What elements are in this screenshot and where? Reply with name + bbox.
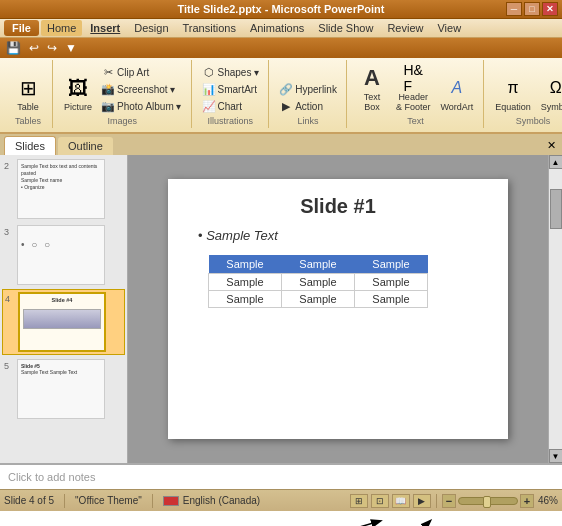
annotation-arrows xyxy=(0,511,562,526)
photoalbum-label: Photo Album ▾ xyxy=(117,101,181,112)
close-button[interactable]: ✕ xyxy=(542,2,558,16)
undo-qa-button[interactable]: ↩ xyxy=(27,40,41,56)
cell-1-2: Sample xyxy=(282,274,355,291)
clipart-icon: ✂ xyxy=(101,65,115,79)
zoom-slider-thumb[interactable] xyxy=(483,496,491,508)
action-button[interactable]: ▶ Action xyxy=(276,98,340,114)
zoom-decrease-button[interactable]: − xyxy=(442,494,456,508)
hyperlink-button[interactable]: 🔗 Hyperlink xyxy=(276,81,340,97)
slide-thumb-5[interactable]: 5 Slide #5 Sample Text Sample Text xyxy=(2,357,125,421)
maximize-button[interactable]: □ xyxy=(524,2,540,16)
slide-preview-4: Slide #4 xyxy=(18,292,106,352)
equation-label: Equation xyxy=(495,102,531,112)
table-row-1: Sample Sample Sample xyxy=(209,274,428,291)
tab-slides[interactable]: Slides xyxy=(4,136,56,155)
zoom-control: − + 46% xyxy=(442,494,558,508)
headerfooter-icon: H&F xyxy=(399,64,427,92)
headerfooter-label: Header& Footer xyxy=(396,92,431,112)
table-label: Table xyxy=(17,102,39,112)
equation-icon: π xyxy=(499,74,527,102)
headerfooter-button[interactable]: H&F Header& Footer xyxy=(392,62,435,114)
scroll-down-button[interactable]: ▼ xyxy=(549,449,563,463)
text-group-label: Text xyxy=(407,116,424,126)
animations-menu[interactable]: Animations xyxy=(244,20,310,36)
shapes-label: Shapes ▾ xyxy=(218,67,260,78)
symbol-icon: Ω xyxy=(542,74,562,102)
symbol-button[interactable]: Ω Symbol xyxy=(537,72,562,114)
ribbon-group-symbols: π Equation Ω Symbol Symbols xyxy=(485,60,562,128)
wordart-icon: A xyxy=(443,74,471,102)
clipart-label: Clip Art xyxy=(117,67,149,78)
photoalbum-button[interactable]: 📷 Photo Album ▾ xyxy=(98,98,184,114)
scroll-thumb[interactable] xyxy=(550,189,562,229)
redo-qa-button[interactable]: ↪ xyxy=(45,40,59,56)
zoom-slider[interactable] xyxy=(458,497,518,505)
chart-button[interactable]: 📈 Chart xyxy=(199,98,263,114)
annotation-area: Zoom Percent Zoom Marker xyxy=(0,511,562,526)
images-group-label: Images xyxy=(107,116,137,126)
slide-thumb-4[interactable]: 4 Slide #4 xyxy=(2,289,125,355)
theme-info: "Office Theme" xyxy=(75,495,142,506)
slideshow-menu[interactable]: Slide Show xyxy=(312,20,379,36)
qa-dropdown[interactable]: ▼ xyxy=(63,40,79,56)
equation-button[interactable]: π Equation xyxy=(491,72,535,114)
slide-panel[interactable]: 2 Sample Text box text and contents past… xyxy=(0,155,128,463)
status-divider-1 xyxy=(64,494,65,508)
scroll-up-button[interactable]: ▲ xyxy=(549,155,563,169)
textbox-button[interactable]: A TextBox xyxy=(354,62,390,114)
table-button[interactable]: ⊞ Table xyxy=(10,72,46,114)
table-header-3: Sample xyxy=(355,255,428,274)
smartart-button[interactable]: 📊 SmartArt xyxy=(199,81,263,97)
transitions-menu[interactable]: Transitions xyxy=(177,20,242,36)
action-icon: ▶ xyxy=(279,99,293,113)
slide-preview-5: Slide #5 Sample Text Sample Text xyxy=(17,359,105,419)
status-divider-3 xyxy=(436,494,437,508)
slide-table: Sample Sample Sample Sample Sample Sampl… xyxy=(208,255,428,308)
status-bar: Slide 4 of 5 "Office Theme" English (Can… xyxy=(0,489,562,511)
status-left: Slide 4 of 5 "Office Theme" English (Can… xyxy=(4,494,350,508)
slideshow-view-button[interactable]: ▶ xyxy=(413,494,431,508)
view-menu[interactable]: View xyxy=(431,20,467,36)
cell-2-3: Sample xyxy=(355,291,428,308)
slide-num-2: 2 xyxy=(4,161,14,171)
scroll-track[interactable] xyxy=(549,169,562,449)
language-text: English (Canada) xyxy=(183,495,260,506)
status-divider-2 xyxy=(152,494,153,508)
slide-num-5: 5 xyxy=(4,361,14,371)
cell-2-1: Sample xyxy=(209,291,282,308)
file-menu[interactable]: File xyxy=(4,20,39,36)
hyperlink-label: Hyperlink xyxy=(295,84,337,95)
panel-close-button[interactable]: ✕ xyxy=(545,137,558,154)
picture-icon: 🖼 xyxy=(64,74,92,102)
slide-thumb-3[interactable]: 3 • ○ ○ xyxy=(2,223,125,287)
slide-thumb-2[interactable]: 2 Sample Text box text and contents past… xyxy=(2,157,125,221)
slide-sorter-button[interactable]: ⊡ xyxy=(371,494,389,508)
normal-view-button[interactable]: ⊞ xyxy=(350,494,368,508)
design-menu[interactable]: Design xyxy=(128,20,174,36)
reading-view-button[interactable]: 📖 xyxy=(392,494,410,508)
shapes-icon: ⬡ xyxy=(202,65,216,79)
chart-label: Chart xyxy=(218,101,242,112)
tab-outline[interactable]: Outline xyxy=(58,137,113,155)
shapes-button[interactable]: ⬡ Shapes ▾ xyxy=(199,64,263,80)
screenshot-button[interactable]: 📸 Screenshot ▾ xyxy=(98,81,184,97)
notes-area[interactable]: Click to add notes xyxy=(0,463,562,489)
slide-canvas-area[interactable]: Slide #1 Sample Text Sample Sample Sampl… xyxy=(128,155,548,463)
home-menu[interactable]: Home xyxy=(41,20,82,36)
review-menu[interactable]: Review xyxy=(381,20,429,36)
picture-label: Picture xyxy=(64,102,92,112)
vertical-scrollbar[interactable]: ▲ ▼ xyxy=(548,155,562,463)
table-row-2: Sample Sample Sample xyxy=(209,291,428,308)
slide-preview-3: • ○ ○ xyxy=(17,225,105,285)
minimize-button[interactable]: ─ xyxy=(506,2,522,16)
wordart-button[interactable]: A WordArt xyxy=(436,72,477,114)
zoom-increase-button[interactable]: + xyxy=(520,494,534,508)
insert-menu[interactable]: Insert xyxy=(84,20,126,36)
wordart-label: WordArt xyxy=(440,102,473,112)
ribbon: ⊞ Table Tables 🖼 Picture ✂ Clip Art xyxy=(0,58,562,134)
chart-icon: 📈 xyxy=(202,99,216,113)
save-qa-button[interactable]: 💾 xyxy=(4,40,23,56)
clipart-button[interactable]: ✂ Clip Art xyxy=(98,64,184,80)
picture-button[interactable]: 🖼 Picture xyxy=(60,72,96,114)
ribbon-group-images: 🖼 Picture ✂ Clip Art 📸 Screenshot ▾ 📷 Ph… xyxy=(54,60,192,128)
